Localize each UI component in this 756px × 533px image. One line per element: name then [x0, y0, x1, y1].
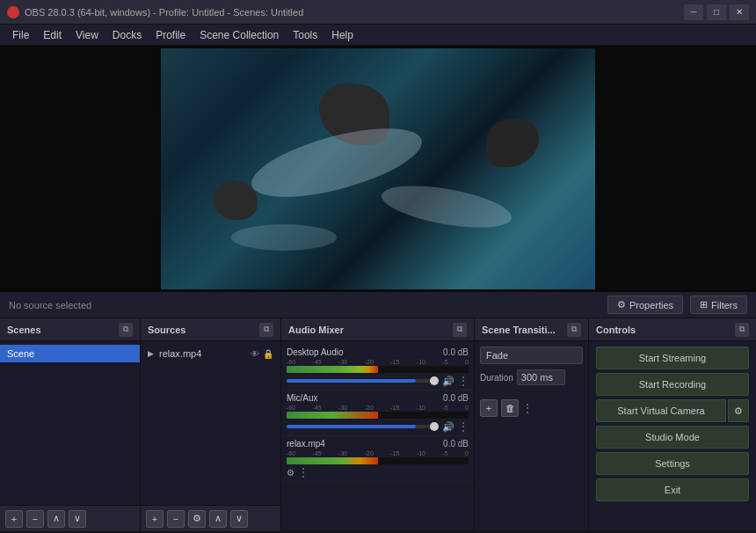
duration-row: Duration	[480, 369, 583, 385]
mic-audio-db: 0.0 dB	[443, 393, 469, 403]
transition-type-select[interactable]: Fade Cut Swipe Slide	[480, 347, 583, 364]
title-bar-left: OBS 28.0.3 (64-bit, windows) - Profile: …	[7, 6, 303, 18]
title-bar-text: OBS 28.0.3 (64-bit, windows) - Profile: …	[25, 7, 303, 18]
menu-edit[interactable]: Edit	[36, 27, 69, 43]
desktop-vol-icon: 🔊	[442, 376, 454, 387]
controls-panel-header: Controls ⧉	[589, 318, 756, 341]
relax-audio-name: relax.mp4	[287, 439, 325, 449]
mic-audio-controls: 🔊 ⋮	[287, 420, 469, 433]
audio-panel-controls: ⧉	[453, 323, 467, 337]
virtual-camera-settings-button[interactable]: ⚙	[728, 399, 749, 422]
remove-scene-button[interactable]: −	[26, 510, 44, 528]
desktop-slider-thumb	[430, 376, 439, 385]
scenes-popout-button[interactable]: ⧉	[119, 323, 133, 337]
controls-panel-controls: ⧉	[735, 323, 749, 337]
settings-button[interactable]: Settings	[596, 452, 749, 475]
menu-docks[interactable]: Docks	[105, 27, 149, 43]
minimize-button[interactable]: ─	[684, 4, 703, 20]
start-streaming-button[interactable]: Start Streaming	[596, 347, 749, 369]
start-recording-button[interactable]: Start Recording	[596, 373, 749, 396]
move-scene-up-button[interactable]: ∧	[47, 510, 65, 528]
duration-input[interactable]	[517, 369, 565, 385]
desktop-audio-db: 0.0 dB	[443, 347, 469, 357]
menu-help[interactable]: Help	[324, 27, 360, 43]
add-source-button[interactable]: +	[146, 510, 164, 528]
scenes-list: Scene	[0, 341, 140, 505]
mic-slider-fill	[287, 425, 416, 428]
relax-options-button[interactable]: ⋮	[298, 466, 309, 478]
menu-tools[interactable]: Tools	[286, 27, 324, 43]
gear-icon: ⚙	[617, 299, 626, 310]
mic-options-button[interactable]: ⋮	[458, 420, 469, 433]
audio-tracks: Desktop Audio 0.0 dB -60-45-30-20-15-10-…	[281, 341, 474, 531]
desktop-audio-header: Desktop Audio 0.0 dB	[287, 347, 469, 357]
mic-slider-thumb	[430, 422, 439, 431]
menu-bar: File Edit View Docks Profile Scene Colle…	[0, 25, 756, 46]
audio-mixer-panel: Audio Mixer ⧉ Desktop Audio 0.0 dB -60-4…	[281, 318, 475, 531]
add-scene-button[interactable]: +	[5, 510, 23, 528]
studio-mode-button[interactable]: Studio Mode	[596, 426, 749, 449]
audio-panel-header: Audio Mixer ⧉	[281, 318, 474, 341]
transitions-panel-controls: ⧉	[567, 323, 581, 337]
transitions-popout-button[interactable]: ⧉	[567, 323, 581, 337]
sources-title: Sources	[148, 325, 185, 335]
menu-scene-collection[interactable]: Scene Collection	[193, 27, 286, 43]
properties-button[interactable]: ⚙ Properties	[607, 296, 683, 314]
remove-transition-button[interactable]: 🗑	[501, 399, 519, 417]
start-virtual-camera-button[interactable]: Start Virtual Camera	[596, 399, 726, 422]
transitions-panel: Scene Transiti... ⧉ Fade Cut Swipe Slide…	[475, 318, 589, 531]
sources-panel-controls: ⧉	[259, 323, 273, 337]
maximize-button[interactable]: □	[707, 4, 726, 20]
preview-area	[0, 46, 756, 292]
foam-2	[379, 178, 515, 235]
mic-volume-slider[interactable]	[287, 425, 439, 428]
menu-view[interactable]: View	[69, 27, 105, 43]
rock-3	[214, 180, 258, 220]
source-item-icons: 👁 🔒	[251, 349, 273, 359]
preview-canvas	[161, 48, 595, 289]
move-scene-down-button[interactable]: ∨	[69, 510, 86, 528]
source-name: relax.mp4	[159, 348, 201, 359]
move-source-up-button[interactable]: ∧	[209, 510, 227, 528]
sources-popout-button[interactable]: ⧉	[259, 323, 273, 337]
sources-panel-header: Sources ⧉	[141, 318, 280, 341]
desktop-audio-controls: 🔊 ⋮	[287, 375, 469, 387]
transitions-footer: + 🗑 ⋮	[475, 396, 588, 420]
mic-meter-bar	[287, 412, 469, 419]
desktop-options-button[interactable]: ⋮	[458, 375, 469, 387]
relax-audio-header: relax.mp4 0.0 dB	[287, 439, 469, 449]
lock-icon: 🔒	[263, 349, 273, 359]
close-button[interactable]: ✕	[730, 4, 749, 20]
sources-panel: Sources ⧉ ▶ relax.mp4 👁 🔒 + − ⚙ ∧ ∨	[141, 318, 281, 531]
relax-meter-bar	[287, 457, 469, 464]
remove-source-button[interactable]: −	[167, 510, 185, 528]
transitions-options-button[interactable]: ⋮	[522, 402, 533, 414]
scene-item-scene[interactable]: Scene	[0, 345, 140, 362]
add-transition-button[interactable]: +	[480, 399, 498, 417]
duration-label: Duration	[480, 373, 513, 383]
sources-footer: + − ⚙ ∧ ∨	[141, 505, 280, 531]
toolbar-row: No source selected ⚙ Properties ⊞ Filter…	[0, 292, 756, 318]
controls-panel: Controls ⧉ Start Streaming Start Recordi…	[589, 318, 756, 531]
controls-popout-button[interactable]: ⧉	[735, 323, 749, 337]
filters-button[interactable]: ⊞ Filters	[690, 296, 747, 314]
title-bar-controls: ─ □ ✕	[684, 4, 749, 20]
scenes-panel-header: Scenes ⧉	[0, 318, 140, 341]
move-source-down-button[interactable]: ∨	[230, 510, 248, 528]
menu-profile[interactable]: Profile	[149, 27, 193, 43]
mic-vol-icon: 🔊	[442, 421, 454, 433]
virtual-cam-gear-icon: ⚙	[734, 405, 743, 417]
panels-row: Scenes ⧉ Scene + − ∧ ∨ Sources ⧉ ▶ relax…	[0, 318, 756, 531]
relax-audio-controls: ⚙ ⋮	[287, 466, 469, 478]
desktop-audio-name: Desktop Audio	[287, 347, 344, 357]
audio-track-desktop: Desktop Audio 0.0 dB -60-45-30-20-15-10-…	[281, 345, 474, 391]
desktop-meter-ticks: -60-45-30-20-15-10-50	[287, 359, 469, 365]
audio-popout-button[interactable]: ⧉	[453, 323, 467, 337]
menu-file[interactable]: File	[5, 27, 36, 43]
source-settings-button[interactable]: ⚙	[188, 510, 206, 528]
exit-button[interactable]: Exit	[596, 478, 749, 501]
source-item-relax[interactable]: ▶ relax.mp4 👁 🔒	[141, 345, 280, 362]
audio-track-mic: Mic/Aux 0.0 dB -60-45-30-20-15-10-50 🔊 ⋮	[281, 391, 474, 436]
desktop-volume-slider[interactable]	[287, 379, 439, 383]
scenes-panel-controls: ⧉	[119, 323, 133, 337]
